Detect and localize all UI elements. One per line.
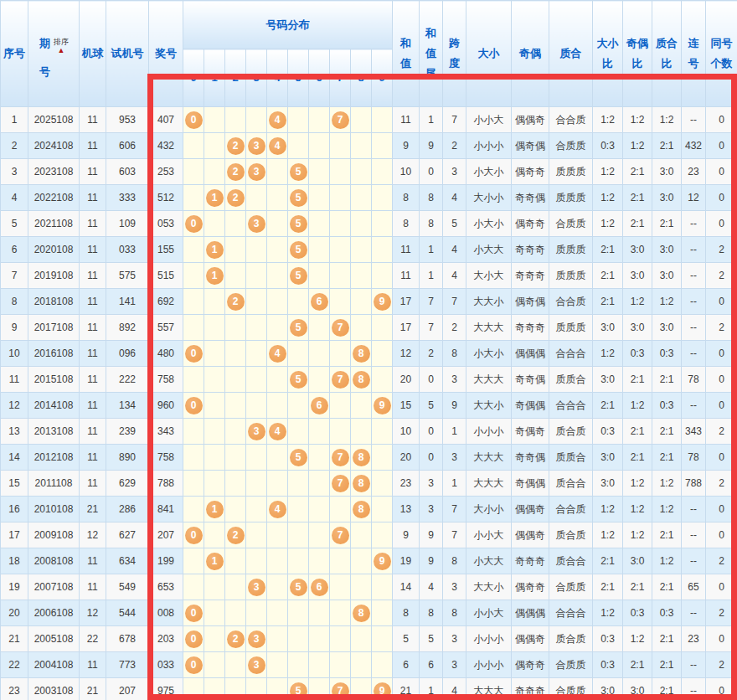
cell-sum: 10 <box>393 159 420 185</box>
cell-parity-ratio: 1:2 <box>623 522 652 548</box>
cell-parity-ratio: 1:2 <box>623 393 652 419</box>
cell-size-ratio: 1:2 <box>593 341 623 367</box>
cell-period: 2020108 <box>28 237 80 263</box>
cell-sum: 14 <box>393 574 420 600</box>
cell-digit-0: 0 <box>183 107 204 133</box>
cell-digit-6 <box>309 185 330 211</box>
cell-period: 2013108 <box>28 419 80 445</box>
cell-digit-4 <box>267 678 288 700</box>
cell-size-pattern: 小大小 <box>466 211 512 237</box>
number-ball: 1 <box>206 189 224 207</box>
number-ball: 7 <box>332 111 349 129</box>
cell-parity-pattern: 偶奇偶 <box>512 133 549 159</box>
cell-size-ratio: 1:2 <box>593 497 623 522</box>
digit-header-9: 9 <box>372 49 393 107</box>
cell-span: 7 <box>443 107 466 133</box>
cell-prize-number: 155 <box>149 237 183 263</box>
cell-prime-pattern: 质合质 <box>549 626 593 652</box>
cell-sum: 11 <box>393 107 420 133</box>
table-row: 102016108110964800481228小大小偶偶偶合合合1:20:30… <box>1 341 737 367</box>
cell-same-count: 0 <box>706 522 737 548</box>
cell-digit-6 <box>309 107 330 133</box>
cell-sum-tail: 8 <box>420 211 443 237</box>
cell-digit-7 <box>330 600 351 626</box>
cell-span: 8 <box>443 341 466 367</box>
cell-seq: 14 <box>1 445 28 471</box>
cell-consecutive: 23 <box>682 159 706 185</box>
cell-parity-pattern: 奇奇偶 <box>512 445 549 471</box>
cell-digit-5: 5 <box>288 263 309 289</box>
table-row: 192007108115496533561443大大小偶奇奇合质质2:12:12… <box>1 574 737 600</box>
cell-digit-3 <box>246 522 267 548</box>
col-header-period[interactable]: 期 号 排序 ▲ <box>28 1 80 107</box>
cell-sum-tail: 9 <box>420 133 443 159</box>
cell-digit-6 <box>309 211 330 237</box>
number-ball: 2 <box>227 137 245 155</box>
cell-digit-0 <box>183 419 204 445</box>
cell-digit-1: 1 <box>204 263 225 289</box>
cell-digit-0 <box>183 237 204 263</box>
cell-digit-0 <box>183 678 204 700</box>
cell-digit-3: 3 <box>246 211 267 237</box>
cell-digit-3: 3 <box>246 574 267 600</box>
cell-parity-ratio: 1:2 <box>623 133 652 159</box>
cell-digit-8 <box>351 522 372 548</box>
cell-prime-ratio: 2:1 <box>652 133 682 159</box>
cell-size-pattern: 大大大 <box>466 471 512 497</box>
cell-consecutive: -- <box>682 600 706 626</box>
cell-seq: 5 <box>1 211 28 237</box>
cell-parity-pattern: 偶偶奇 <box>512 626 549 652</box>
cell-sum: 9 <box>393 522 420 548</box>
cell-digit-7 <box>330 341 351 367</box>
cell-machine-ball: 11 <box>80 159 106 185</box>
cell-digit-3 <box>246 185 267 211</box>
digit-header-1: 1 <box>204 49 225 107</box>
cell-prime-ratio: 2:1 <box>652 522 682 548</box>
cell-parity-pattern: 偶奇奇 <box>512 159 549 185</box>
cell-sum-tail: 1 <box>420 263 443 289</box>
table-row: 5202110811109053035885小大小偶奇奇合质质1:22:12:1… <box>1 211 737 237</box>
cell-digit-8 <box>351 419 372 445</box>
cell-prize-number: 203 <box>149 626 183 652</box>
cell-seq: 15 <box>1 471 28 497</box>
cell-size-pattern: 小大小 <box>466 159 512 185</box>
cell-digit-2 <box>225 574 246 600</box>
cell-digit-7 <box>330 574 351 600</box>
cell-digit-2 <box>225 445 246 471</box>
cell-sum-tail: 3 <box>420 497 443 522</box>
cell-digit-2: 2 <box>225 289 246 315</box>
cell-digit-8 <box>351 263 372 289</box>
cell-seq: 17 <box>1 522 28 548</box>
cell-prime-ratio: 2:1 <box>652 445 682 471</box>
cell-machine-ball: 11 <box>80 185 106 211</box>
cell-digit-5: 5 <box>288 678 309 700</box>
sort-ascending-icon: ▲ <box>58 47 65 54</box>
cell-digit-1: 1 <box>204 548 225 574</box>
cell-digit-6 <box>309 522 330 548</box>
cell-digit-7: 7 <box>330 107 351 133</box>
cell-parity-ratio: 3:0 <box>623 678 652 700</box>
cell-sum: 6 <box>393 652 420 678</box>
cell-digit-3 <box>246 341 267 367</box>
cell-prime-pattern: 合合质 <box>549 289 593 315</box>
cell-machine-ball: 11 <box>80 548 106 574</box>
cell-size-ratio: 1:2 <box>593 159 623 185</box>
cell-same-count: 0 <box>706 341 737 367</box>
lottery-trend-table: 序号 期 号 排序 ▲ 机球 试机号 奖号 号码分布 和 值 和 值 尾 跨 度… <box>0 0 737 700</box>
number-ball: 1 <box>206 501 224 518</box>
cell-machine-ball: 11 <box>80 289 106 315</box>
cell-digit-3 <box>246 471 267 497</box>
number-ball: 5 <box>290 215 307 233</box>
cell-parity-pattern: 奇奇奇 <box>512 315 549 341</box>
cell-span: 7 <box>443 497 466 522</box>
cell-digit-5: 5 <box>288 574 309 600</box>
cell-size-pattern: 小小大 <box>466 107 512 133</box>
sort-control[interactable]: 排序 ▲ <box>54 38 69 54</box>
cell-size-pattern: 大大小 <box>466 393 512 419</box>
cell-span: 4 <box>443 185 466 211</box>
cell-period: 2003108 <box>28 678 80 700</box>
cell-digit-3: 3 <box>246 419 267 445</box>
cell-parity-pattern: 偶奇偶 <box>512 289 549 315</box>
cell-test-number: 549 <box>106 574 149 600</box>
cell-digit-9 <box>372 652 393 678</box>
